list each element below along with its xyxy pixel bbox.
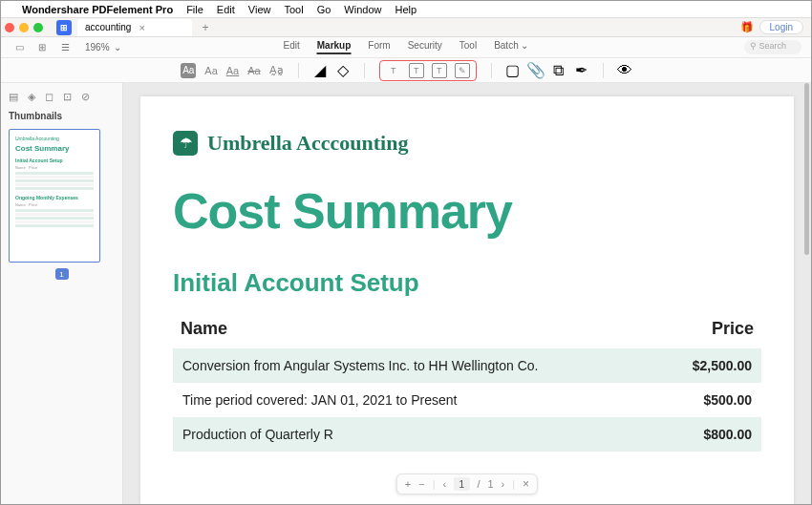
view-toolbar: ▭ ⊞ ☰ 196% ⌄ Edit Markup Form Security T…	[1, 37, 811, 58]
cell-name: Conversion from Angular Systems Inc. to …	[182, 358, 538, 373]
close-window-button[interactable]	[5, 23, 14, 32]
thumbnail-page-number: 1	[55, 268, 69, 280]
document-canvas[interactable]: ☂ Umbrella Acccounting Cost Summary Init…	[123, 83, 811, 504]
search-input[interactable]: ⚲ Search	[744, 40, 801, 54]
shape-rect-icon[interactable]: ▢	[506, 64, 520, 77]
squiggly-icon[interactable]: A̰a̰	[269, 64, 284, 76]
pager-minus-button[interactable]: −	[418, 478, 424, 490]
doc-title: Cost Summary	[173, 182, 761, 240]
tab-markup[interactable]: Markup	[317, 40, 352, 54]
cell-name: Production of Quarterly R	[182, 427, 333, 442]
table-row: Production of Quarterly R $800.00	[173, 417, 761, 452]
add-tab-button[interactable]: +	[198, 20, 213, 35]
menu-tool[interactable]: Tool	[284, 4, 303, 15]
col-name: Name	[181, 319, 227, 339]
hide-annotations-icon[interactable]: 👁	[618, 64, 631, 77]
side-thumbnails-icon[interactable]: ▤	[9, 91, 18, 103]
cell-name: Time period covered: JAN 01, 2021 to Pre…	[182, 392, 457, 408]
tab-title: accounting	[85, 22, 131, 32]
pager-prev-button[interactable]: ‹	[443, 478, 447, 490]
signature-icon[interactable]: ✒	[575, 64, 588, 77]
cell-price: $800.00	[703, 427, 752, 442]
single-page-icon[interactable]: ▭	[12, 41, 26, 54]
table-row: Conversion from Angular Systems Inc. to …	[173, 348, 761, 383]
highlight-text-icon[interactable]: Aa	[181, 63, 196, 78]
menu-window[interactable]: Window	[344, 4, 381, 15]
zoom-value: 196%	[85, 42, 110, 53]
tab-batch[interactable]: Batch ⌄	[494, 40, 528, 54]
mode-tabs: Edit Markup Form Security Tool Batch ⌄	[284, 40, 529, 54]
pager-next-button[interactable]: ›	[502, 478, 505, 490]
sidebar: ▤ ◈ ◻ ⊡ ⊘ Thumbnails Umbrella Accounting…	[1, 83, 123, 504]
reader-view-icon[interactable]: ☰	[58, 41, 72, 54]
gift-icon[interactable]: 🎁	[740, 21, 754, 33]
attachment-icon[interactable]: 📎	[529, 64, 543, 77]
tab-security[interactable]: Security	[408, 40, 442, 54]
page-navigator: + − | ‹ 1 / 1 › | ×	[396, 473, 538, 494]
os-menubar: Wondershare PDFelement Pro File Edit Vie…	[1, 1, 811, 18]
menu-edit[interactable]: Edit	[217, 4, 235, 15]
underline-icon[interactable]: Aa	[226, 65, 239, 76]
doc-brand: Umbrella Acccounting	[207, 131, 408, 156]
pager-current[interactable]: 1	[454, 477, 469, 491]
close-tab-icon[interactable]: ×	[139, 22, 144, 33]
maximize-window-button[interactable]	[33, 23, 43, 32]
sticky-note-icon[interactable]: ✎	[455, 63, 470, 78]
tab-tool[interactable]: Tool	[459, 40, 477, 54]
doc-logo: ☂ Umbrella Acccounting	[173, 131, 761, 156]
tabbar: ⊞ accounting × + 🎁 Login	[1, 18, 811, 37]
multi-page-icon[interactable]: ⊞	[35, 41, 49, 54]
annotation-group-selected: T T T ✎	[379, 60, 477, 81]
text-callout-icon[interactable]: T	[432, 63, 447, 78]
side-annotations-icon[interactable]: ⊡	[63, 91, 72, 103]
table-row: Time period covered: JAN 01, 2021 to Pre…	[173, 383, 761, 417]
window-controls	[5, 23, 43, 32]
pager-close-button[interactable]: ×	[523, 477, 529, 491]
app-logo-icon: ⊞	[56, 20, 72, 35]
side-bookmarks-icon[interactable]: ◈	[28, 91, 35, 103]
chevron-down-icon: ⌄	[521, 40, 528, 51]
text-style-icon[interactable]: Aa	[204, 65, 217, 76]
pager-sep: /	[477, 478, 480, 490]
scrollbar[interactable]	[804, 83, 809, 255]
sidebar-label: Thumbnails	[9, 111, 115, 121]
minimize-window-button[interactable]	[19, 23, 29, 32]
app-name: Wondershare PDFelement Pro	[22, 4, 173, 15]
tab-form[interactable]: Form	[368, 40, 390, 54]
table-header: Name Price	[173, 315, 761, 343]
add-text-icon[interactable]: T	[386, 63, 401, 78]
menu-file[interactable]: File	[186, 4, 203, 15]
col-price: Price	[712, 319, 754, 339]
markup-toolbar: Aa Aa Aa Aa A̰a̰ ◢ ◇ T T T ✎ ▢ 📎 ⧉ ✒ 👁	[1, 58, 811, 83]
login-button[interactable]: Login	[759, 20, 803, 34]
pager-total: 1	[487, 478, 493, 490]
strikethrough-icon[interactable]: Aa	[247, 65, 260, 76]
pager-plus-button[interactable]: +	[405, 478, 411, 490]
document-tab[interactable]: accounting ×	[77, 19, 192, 36]
side-attachments-icon[interactable]: ⊘	[81, 91, 90, 103]
cell-price: $500.00	[703, 392, 752, 408]
page-thumbnail[interactable]: Umbrella Accounting Cost Summary Initial…	[9, 129, 100, 263]
cell-price: $2,500.00	[693, 358, 752, 373]
stamp-icon[interactable]: ⧉	[552, 64, 566, 77]
side-outline-icon[interactable]: ◻	[45, 91, 53, 103]
menu-go[interactable]: Go	[317, 4, 331, 15]
eraser-icon[interactable]: ◇	[336, 64, 350, 77]
area-highlight-icon[interactable]: ◢	[313, 64, 327, 77]
chevron-down-icon: ⌄	[114, 42, 121, 53]
text-box-icon[interactable]: T	[409, 63, 424, 78]
document-page: ☂ Umbrella Acccounting Cost Summary Init…	[140, 96, 794, 504]
doc-section-heading: Initial Account Setup	[173, 268, 761, 298]
umbrella-icon: ☂	[173, 131, 198, 156]
tab-edit[interactable]: Edit	[284, 40, 300, 54]
menu-help[interactable]: Help	[395, 4, 417, 15]
zoom-control[interactable]: 196% ⌄	[85, 42, 121, 53]
menu-view[interactable]: View	[248, 4, 271, 15]
